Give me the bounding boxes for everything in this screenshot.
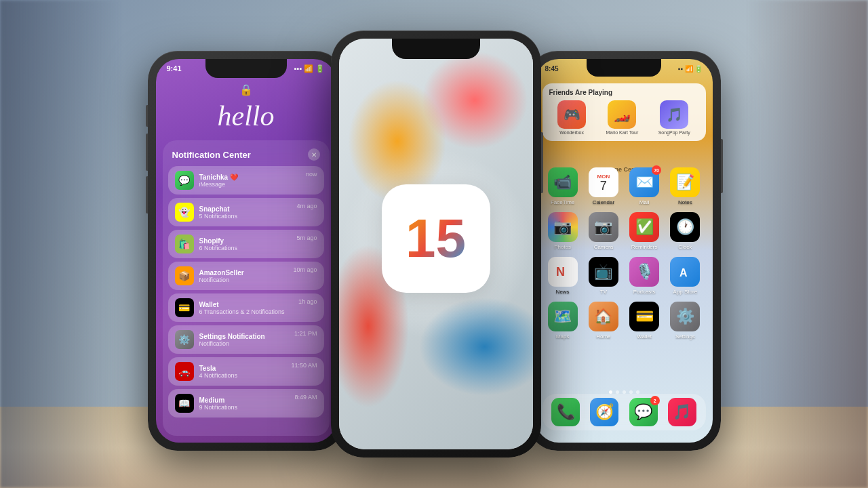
reminders-label: Reminders	[627, 244, 662, 250]
amazon-content: AmazonSeller Notification	[199, 269, 288, 283]
volume-up-button	[146, 134, 148, 171]
appstore-label: App Store	[667, 289, 703, 295]
app-camera[interactable]: 📷 Camera	[586, 212, 621, 250]
snapchat-icon: 👻	[175, 203, 194, 222]
settings-icon: ⚙️	[175, 330, 194, 349]
clock-icon: 🕐	[670, 212, 700, 242]
mail-icon: ✉️ 70	[629, 167, 659, 197]
wonderbox-name: Wonderbox	[557, 130, 586, 136]
notification-settings[interactable]: ⚙️ Settings Notification Notification 1:…	[168, 325, 324, 354]
ios15-logo: 15	[382, 184, 490, 293]
app-settings[interactable]: ⚙️ Settings	[667, 302, 703, 340]
app-row-4: 🗺️ Maps 🏠 Home 💳 Wallet ⚙️	[542, 302, 706, 340]
calendar-label: Calendar	[586, 199, 621, 205]
app-reminders[interactable]: ✅ Reminders	[627, 212, 662, 250]
phone-case-left: 9:41 ▪▪▪ 📶 🔋 🔒 hello Notification Center…	[148, 51, 344, 451]
mail-label: Mail	[627, 199, 662, 205]
shopify-content: Shopify 6 Notifications	[199, 237, 292, 251]
app-tv[interactable]: 📺 TV	[586, 257, 621, 295]
power-button-right	[721, 139, 723, 193]
dock-phone[interactable]: 📞	[551, 398, 580, 426]
phone-case-right: 8:45 ▪▪ 📶 🔋 Friends Are Playing 🎮 Wonder…	[528, 51, 721, 451]
app-facetime[interactable]: 📹 FaceTime	[545, 167, 580, 205]
notification-amazon[interactable]: 📦 AmazonSeller Notification 10m ago	[168, 262, 324, 290]
songpop-icon: 🎵	[660, 100, 688, 129]
phone-screen-center: 15	[339, 39, 533, 449]
wallet-time: 1h ago	[298, 298, 317, 305]
home-label: Home	[586, 333, 621, 340]
medium-name: Medium	[199, 396, 290, 404]
dock-music[interactable]: 🎵	[668, 398, 696, 426]
notes-icon: 📝	[670, 167, 700, 197]
app-row-2: 📷 Photos 📷 Camera ✅ Reminders 🕐	[542, 212, 706, 250]
app-wallet[interactable]: 💳 Wallet	[627, 302, 662, 340]
wonderbox-icon: 🎮	[557, 100, 586, 129]
time-left: 9:41	[167, 64, 182, 73]
app-calendar[interactable]: MON 7 Calendar	[586, 167, 621, 205]
notification-close-button[interactable]: ✕	[308, 148, 320, 161]
app-clock[interactable]: 🕐 Clock	[667, 212, 703, 250]
game-wonderbox[interactable]: 🎮 Wonderbox	[557, 100, 586, 136]
imessage-time: now	[306, 171, 317, 178]
game-mariokart[interactable]: 🏎️ Mario Kart Tour	[606, 100, 639, 136]
settings-time: 1:21 PM	[294, 330, 317, 337]
notification-tesla[interactable]: 🚗 Tesla 4 Notifications 11:50 AM	[168, 357, 324, 386]
calendar-icon: MON 7	[589, 167, 618, 197]
shopify-icon: 🛍️	[175, 235, 194, 253]
notification-medium[interactable]: 📖 Medium 9 Notifications 8:49 AM	[168, 389, 324, 418]
tesla-content: Tesla 4 Notifications	[199, 365, 286, 379]
notch-center	[392, 39, 480, 59]
reminders-icon: ✅	[629, 212, 659, 242]
app-home[interactable]: 🏠 Home	[586, 302, 621, 340]
tesla-time: 11:50 AM	[291, 362, 317, 369]
app-maps[interactable]: 🗺️ Maps	[545, 302, 580, 340]
notification-imessage[interactable]: 💬 Tanichka ❤️ iMessage now	[168, 166, 324, 195]
dock-messages[interactable]: 💬 2	[629, 398, 658, 426]
tesla-icon: 🚗	[175, 362, 194, 381]
notification-panel[interactable]: Notification Center ✕ 💬 Tanichka ❤️ iMes…	[163, 140, 330, 436]
notification-wallet[interactable]: 💳 Wallet 6 Transactions & 2 Notification…	[168, 293, 324, 322]
app-row-1: 📹 FaceTime MON 7 Calendar	[542, 167, 706, 205]
camera-icon: 📷	[589, 212, 618, 242]
friends-games: 🎮 Wonderbox 🏎️ Mario Kart Tour 🎵 SongPop…	[549, 100, 699, 136]
wallet-icon: 💳	[175, 298, 194, 317]
game-songpop[interactable]: 🎵 SongPop Party	[658, 100, 690, 136]
amazon-time: 10m ago	[293, 266, 317, 273]
hello-text: hello	[156, 100, 336, 132]
settings-app-icon: ⚙️	[670, 302, 700, 331]
songpop-name: SongPop Party	[658, 130, 690, 136]
notes-label: Notes	[667, 199, 703, 205]
imessage-desc: iMessage	[199, 181, 300, 188]
friends-widget[interactable]: Friends Are Playing 🎮 Wonderbox 🏎️ Mario…	[542, 83, 706, 141]
app-appstore[interactable]: A App Store	[667, 257, 703, 295]
imessage-name: Tanichka ❤️	[199, 174, 300, 181]
app-mail[interactable]: ✉️ 70 Mail	[627, 167, 662, 205]
phones-container: 9:41 ▪▪▪ 📶 🔋 🔒 hello Notification Center…	[0, 0, 868, 488]
notification-snapchat[interactable]: 👻 Snapchat 5 Notifications 4m ago	[168, 198, 324, 226]
phone-left: 9:41 ▪▪▪ 📶 🔋 🔒 hello Notification Center…	[148, 51, 344, 451]
clock-label: Clock	[667, 244, 703, 250]
facetime-icon: 📹	[548, 167, 578, 197]
time-right: 8:45	[545, 65, 559, 73]
notification-shopify[interactable]: 🛍️ Shopify 6 Notifications 5m ago	[168, 230, 324, 258]
wallet-content: Wallet 6 Transactions & 2 Notifications	[199, 301, 293, 315]
tesla-desc: 4 Notifications	[199, 372, 286, 379]
notification-header: Notification Center ✕	[168, 147, 324, 166]
settings-app-label: Settings	[667, 333, 703, 340]
dock-safari[interactable]: 🧭	[590, 398, 618, 426]
app-podcasts[interactable]: 🎙️ Podcasts	[627, 257, 662, 295]
maps-icon: 🗺️	[548, 302, 578, 331]
news-icon: N	[548, 257, 578, 287]
medium-content: Medium 9 Notifications	[199, 396, 290, 411]
signal-icons-left: ▪▪▪ 📶 🔋	[294, 64, 326, 73]
imessage-icon: 💬	[175, 171, 194, 190]
medium-desc: 9 Notifications	[199, 404, 290, 411]
amazon-desc: Notification	[199, 277, 288, 283]
svg-text:A: A	[679, 267, 688, 279]
app-photos[interactable]: 📷 Photos	[545, 212, 580, 250]
wallet-app-label: Wallet	[627, 333, 662, 340]
app-news[interactable]: N News	[545, 257, 580, 295]
app-notes[interactable]: 📝 Notes	[667, 167, 703, 205]
mute-button	[146, 105, 148, 127]
home-icon: 🏠	[589, 302, 618, 331]
